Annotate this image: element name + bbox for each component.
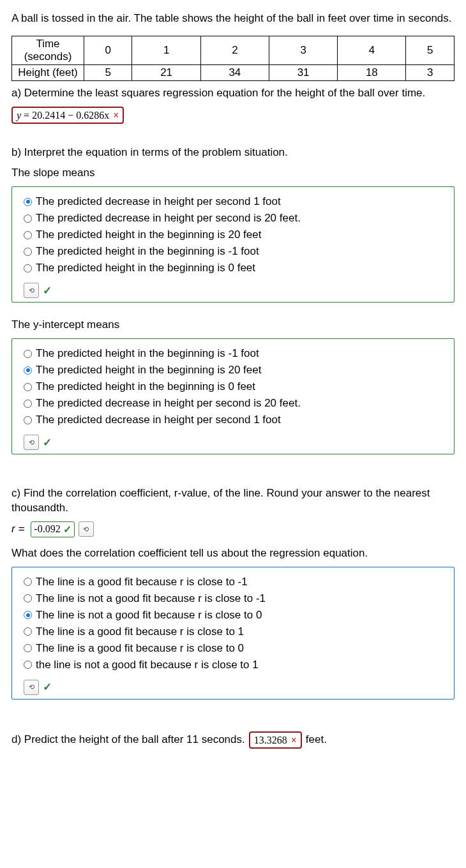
choice-option[interactable]: The line is not a good fit because r is … (24, 607, 445, 624)
radio-icon[interactable] (24, 198, 32, 206)
choice-option[interactable]: The line is not a good fit because r is … (24, 590, 445, 607)
equation-lhs: y (17, 110, 21, 121)
radio-icon[interactable] (24, 400, 32, 408)
choice-label: The predicted height in the beginning is… (36, 228, 261, 241)
row-label: Time (seconds) (12, 36, 84, 65)
check-icon: ✓ (43, 436, 52, 449)
part-b-prompt: b) Interpret the equation in terms of th… (11, 146, 455, 160)
equation-rhs: 20.2414 − 0.6286x (32, 110, 109, 121)
table-cell: 3 (406, 65, 455, 81)
choice-option[interactable]: The predicted height in the beginning is… (24, 227, 445, 243)
part-a-prompt: a) Determine the least squares regressio… (11, 86, 455, 100)
radio-icon[interactable] (24, 611, 32, 619)
wrong-icon: × (291, 735, 297, 745)
table-cell: 21 (132, 65, 200, 81)
radio-icon[interactable] (24, 350, 32, 358)
choice-label: The predicted decrease in height per sec… (36, 195, 281, 208)
radio-icon[interactable] (24, 248, 32, 256)
choice-label: The predicted decrease in height per sec… (36, 414, 281, 426)
yintercept-label: The y-intercept means (11, 318, 455, 332)
choice-label: The predicted decrease in height per sec… (36, 212, 301, 225)
choice-option[interactable]: The predicted height in the beginning is… (24, 362, 445, 378)
data-table: Time (seconds) 0 1 2 3 4 5 Height (feet)… (11, 36, 455, 81)
choice-label: The predicted decrease in height per sec… (36, 397, 301, 410)
table-cell: 4 (338, 36, 406, 65)
yintercept-choices: The predicted height in the beginning is… (11, 338, 455, 454)
radio-icon[interactable] (24, 594, 32, 602)
r-input-row: r = -0.092 ✓ ⟲ (11, 521, 455, 537)
table-cell: 2 (200, 36, 269, 65)
table-cell: 0 (84, 36, 132, 65)
table-cell: 5 (406, 36, 455, 65)
slope-label: The slope means (11, 166, 455, 180)
choice-label: The predicted height in the beginning is… (36, 245, 259, 258)
choice-option[interactable]: The line is a good fit because r is clos… (24, 574, 445, 590)
choice-option[interactable]: The predicted height in the beginning is… (24, 345, 445, 362)
check-icon: ✓ (43, 284, 52, 297)
retry-button[interactable]: ⟲ (24, 680, 39, 695)
table-cell: 34 (200, 65, 269, 81)
retry-button[interactable]: ⟲ (79, 521, 94, 537)
choice-option[interactable]: The predicted decrease in height per sec… (24, 210, 445, 227)
choice-label: The line is a good fit because r is clos… (36, 642, 244, 655)
choice-option[interactable]: The predicted decrease in height per sec… (24, 193, 445, 210)
slope-choices: The predicted decrease in height per sec… (11, 186, 455, 303)
choice-label: The predicted height in the beginning is… (36, 262, 255, 274)
correlation-choices: The line is a good fit because r is clos… (11, 567, 455, 700)
intro-text: A ball is tossed in the air. The table s… (11, 11, 455, 26)
r-label: r = (11, 523, 24, 535)
part-c-subprompt: What does the correlation coefficient te… (11, 546, 455, 560)
choice-option[interactable]: The predicted height in the beginning is… (24, 260, 445, 276)
choice-option[interactable]: The predicted decrease in height per sec… (24, 412, 445, 428)
radio-icon[interactable] (24, 416, 32, 424)
r-value-input[interactable]: -0.092 ✓ (31, 521, 74, 537)
choice-option[interactable]: The line is a good fit because r is clos… (24, 640, 445, 657)
table-row: Height (feet) 5 21 34 31 18 3 (12, 65, 455, 81)
part-d-unit: feet. (306, 733, 327, 746)
table-row: Time (seconds) 0 1 2 3 4 5 (12, 36, 455, 65)
part-d-prompt: d) Predict the height of the ball after … (11, 733, 245, 746)
part-c-prompt: c) Find the correlation coefficient, r-v… (11, 486, 455, 514)
radio-icon[interactable] (24, 366, 32, 375)
choice-option[interactable]: The line is a good fit because r is clos… (24, 624, 445, 640)
radio-icon[interactable] (24, 214, 32, 223)
part-d-answer[interactable]: 13.3268 × (249, 731, 302, 749)
radio-icon[interactable] (24, 383, 32, 391)
part-d-row: d) Predict the height of the ball after … (11, 731, 455, 749)
retry-button[interactable]: ⟲ (24, 435, 39, 450)
table-cell: 18 (338, 65, 406, 81)
retry-button[interactable]: ⟲ (24, 283, 39, 298)
radio-icon[interactable] (24, 627, 32, 636)
choice-label: The line is not a good fit because r is … (36, 592, 266, 605)
radio-icon[interactable] (24, 264, 32, 273)
choice-option[interactable]: the line is not a good fit because r is … (24, 657, 445, 673)
table-cell: 3 (269, 36, 337, 65)
check-icon: ✓ (63, 523, 71, 535)
choice-label: The line is not a good fit because r is … (36, 609, 262, 622)
wrong-icon: × (113, 110, 119, 121)
choice-label: The predicted height in the beginning is… (36, 347, 259, 360)
table-cell: 5 (84, 65, 132, 81)
radio-icon[interactable] (24, 578, 32, 586)
choice-label: The line is a good fit because r is clos… (36, 625, 244, 638)
table-cell: 1 (132, 36, 200, 65)
radio-icon[interactable] (24, 231, 32, 239)
choice-option[interactable]: The predicted height in the beginning is… (24, 378, 445, 395)
choice-label: The predicted height in the beginning is… (36, 364, 261, 377)
radio-icon[interactable] (24, 644, 32, 652)
choice-option[interactable]: The predicted decrease in height per sec… (24, 395, 445, 412)
choice-option[interactable]: The predicted height in the beginning is… (24, 243, 445, 260)
part-a-answer[interactable]: y = 20.2414 − 0.6286x × (11, 107, 124, 124)
choice-label: The line is a good fit because r is clos… (36, 576, 248, 588)
choice-label: the line is not a good fit because r is … (36, 659, 259, 671)
choice-label: The predicted height in the beginning is… (36, 380, 255, 393)
row-label: Height (feet) (12, 65, 84, 81)
radio-icon[interactable] (24, 661, 32, 669)
check-icon: ✓ (43, 680, 52, 694)
table-cell: 31 (269, 65, 337, 81)
